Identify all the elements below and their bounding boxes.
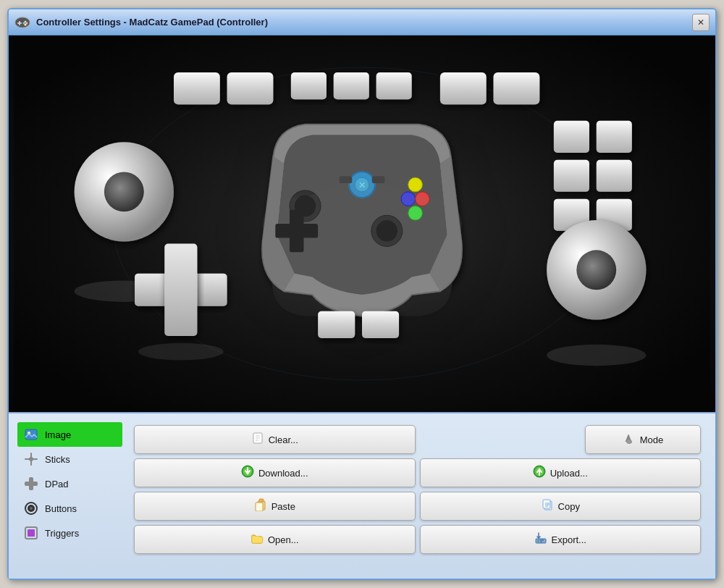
upload-button[interactable]: Upload... — [420, 458, 702, 487]
svg-point-27 — [138, 343, 224, 361]
close-button[interactable]: ✕ — [692, 14, 710, 31]
download-icon — [241, 465, 254, 481]
svg-rect-10 — [227, 72, 274, 104]
export-label: Export... — [552, 534, 586, 545]
svg-rect-11 — [440, 72, 487, 104]
svg-point-53 — [29, 457, 33, 461]
svg-rect-14 — [334, 72, 369, 99]
image-icon — [23, 427, 39, 442]
bottom-panel: Image Sticks DPad Buttons — [9, 412, 715, 579]
export-button[interactable]: Export... — [420, 525, 702, 554]
upload-icon — [533, 465, 546, 481]
clear-label: Clear... — [269, 434, 298, 445]
svg-rect-12 — [494, 72, 540, 104]
paste-button[interactable]: Paste — [134, 492, 416, 521]
copy-label: Copy — [558, 501, 580, 512]
sidebar-item-sticks[interactable]: Sticks — [17, 447, 122, 471]
upload-label: Upload... — [550, 468, 588, 479]
controller-display: ✕ — [9, 35, 715, 412]
sidebar-label-buttons: Buttons — [45, 503, 77, 514]
copy-button[interactable]: Copy — [420, 492, 702, 521]
svg-rect-74 — [256, 503, 263, 511]
triggers-icon — [23, 525, 39, 541]
svg-rect-9 — [174, 72, 220, 104]
svg-rect-33 — [372, 176, 385, 183]
sidebar-label-triggers: Triggers — [45, 528, 79, 539]
svg-rect-82 — [540, 539, 544, 541]
svg-point-65 — [626, 440, 632, 444]
svg-rect-2 — [17, 22, 22, 24]
paste-label: Paste — [272, 501, 295, 512]
open-label: Open... — [268, 534, 299, 545]
mode-icon — [623, 432, 636, 448]
sidebar-label-image: Image — [45, 429, 71, 440]
svg-rect-48 — [362, 311, 399, 338]
open-icon — [251, 532, 264, 547]
svg-rect-16 — [554, 121, 589, 153]
svg-rect-15 — [376, 72, 412, 99]
export-icon — [534, 532, 547, 547]
svg-point-40 — [408, 177, 423, 192]
sidebar-label-sticks: Sticks — [45, 454, 70, 465]
svg-rect-18 — [554, 160, 589, 192]
svg-rect-76 — [543, 500, 550, 508]
mode-label: Mode — [640, 434, 664, 445]
svg-rect-83 — [540, 542, 542, 543]
paste-icon — [254, 498, 267, 514]
dpad-icon — [23, 476, 39, 492]
svg-rect-32 — [340, 176, 353, 183]
svg-point-58 — [30, 507, 33, 510]
svg-rect-73 — [259, 499, 264, 502]
buttons-icon — [23, 500, 39, 516]
svg-rect-17 — [597, 121, 632, 153]
window-title: Controller Settings - MadCatz GamePad (C… — [36, 17, 692, 28]
gamepad-svg: ✕ — [9, 35, 715, 412]
svg-rect-26 — [164, 243, 197, 336]
svg-rect-13 — [291, 72, 327, 99]
svg-rect-47 — [318, 311, 355, 338]
svg-rect-49 — [25, 429, 37, 440]
svg-rect-81 — [537, 539, 539, 542]
main-window: Controller Settings - MadCatz GamePad (C… — [7, 8, 717, 580]
svg-point-46 — [547, 345, 646, 366]
download-label: Download... — [258, 468, 308, 479]
sidebar-label-dpad: DPad — [45, 479, 69, 490]
open-button[interactable]: Open... — [134, 525, 416, 554]
sidebar-item-buttons[interactable]: Buttons — [17, 496, 122, 521]
clear-icon — [251, 432, 264, 448]
clear-button[interactable]: Clear... — [134, 425, 416, 454]
mode-button[interactable]: Mode — [585, 425, 701, 454]
sidebar-item-dpad[interactable]: DPad — [17, 471, 122, 496]
sidebar-item-triggers[interactable]: Triggers — [17, 521, 122, 545]
download-button[interactable]: Download... — [134, 458, 416, 487]
svg-rect-55 — [25, 482, 38, 486]
sticks-icon — [23, 451, 39, 467]
svg-point-45 — [576, 250, 616, 290]
actions-area: Clear... Mode Download... Upload... — [128, 422, 707, 570]
sidebar-item-image[interactable]: Image — [17, 422, 122, 447]
title-bar: Controller Settings - MadCatz GamePad (C… — [9, 9, 715, 35]
titlebar-icon — [14, 14, 30, 30]
svg-point-23 — [104, 172, 144, 211]
sidebar: Image Sticks DPad Buttons — [17, 422, 122, 570]
svg-rect-60 — [28, 529, 35, 537]
copy-icon — [541, 498, 554, 514]
svg-rect-19 — [597, 160, 632, 192]
svg-point-6 — [25, 23, 27, 25]
